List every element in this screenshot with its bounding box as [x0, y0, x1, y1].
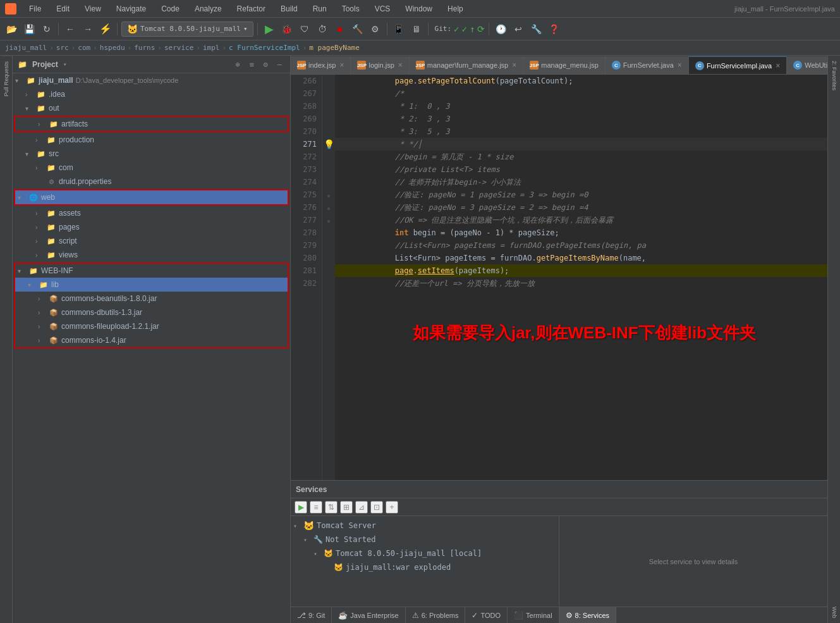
- menu-view[interactable]: View: [82, 3, 104, 15]
- back-btn[interactable]: ←: [63, 22, 78, 37]
- menu-window[interactable]: Window: [403, 3, 435, 15]
- tree-jar4[interactable]: › 📦 commons-io-1.4.jar: [15, 333, 288, 347]
- menu-code[interactable]: Code: [159, 3, 182, 15]
- tab-close-furn-manage-jsp[interactable]: ×: [512, 61, 516, 70]
- services-align-btn[interactable]: ≡: [310, 501, 322, 514]
- tree-jar1[interactable]: › 📦 commons-beanutils-1.8.0.jar: [15, 292, 288, 305]
- tree-production[interactable]: › 📁 production: [13, 133, 290, 147]
- bc-method[interactable]: m pageByName: [309, 44, 359, 52]
- services-add-btn[interactable]: +: [386, 501, 398, 514]
- tree-src[interactable]: ▾ 📁 src: [13, 147, 290, 161]
- coverage-btn[interactable]: 🛡: [297, 22, 312, 37]
- service-tomcat-server[interactable]: ▾ 🐱 Tomcat Server: [291, 519, 559, 533]
- minimize-panel-btn[interactable]: —: [274, 59, 285, 70]
- run-btn[interactable]: ▶: [262, 22, 277, 37]
- tree-views[interactable]: › 📁 views: [13, 248, 290, 262]
- collapse-btn[interactable]: ≡: [246, 59, 257, 70]
- menu-run[interactable]: Run: [310, 3, 329, 15]
- services-filter-btn[interactable]: ⊿: [355, 501, 368, 514]
- debug-btn[interactable]: 🐞: [279, 22, 295, 37]
- tree-artifacts[interactable]: › 📁 artifacts: [15, 117, 288, 131]
- bc-com[interactable]: com: [78, 44, 90, 52]
- more-btn[interactable]: ⚙: [368, 22, 383, 37]
- menu-tools[interactable]: Tools: [339, 3, 362, 15]
- device-btn[interactable]: 📱: [391, 22, 406, 37]
- services-run-btn[interactable]: ▶: [295, 501, 307, 514]
- build-btn[interactable]: ⚡: [98, 22, 113, 37]
- tree-jar3[interactable]: › 📦 commons-fileupload-1.2.1.jar: [15, 319, 288, 333]
- tree-com[interactable]: › 📁 com: [13, 161, 290, 175]
- tab-index-jsp[interactable]: JSP index.jsp ×: [291, 56, 351, 74]
- tree-out[interactable]: ▾ 📁 out: [13, 101, 290, 115]
- build2-btn[interactable]: 🔨: [350, 22, 365, 37]
- menu-edit[interactable]: Edit: [54, 3, 72, 15]
- tree-idea[interactable]: › 📁 .idea: [13, 87, 290, 101]
- bc-src[interactable]: src: [56, 44, 69, 52]
- tab-close-furnservlet[interactable]: ×: [678, 61, 682, 70]
- help-btn[interactable]: ❓: [546, 22, 561, 37]
- settings-panel-btn[interactable]: ⚙: [260, 59, 271, 70]
- tab-close-furnserviceimpl[interactable]: ×: [776, 61, 780, 70]
- pull-requests-tab[interactable]: Pull Requests: [1, 56, 11, 102]
- tree-jar2[interactable]: › 📦 commons-dbutils-1.3.jar: [15, 305, 288, 319]
- locate-btn[interactable]: ⊕: [232, 59, 243, 70]
- bc-impl[interactable]: impl: [203, 44, 220, 52]
- menu-analyze[interactable]: Analyze: [192, 3, 224, 15]
- status-tab-java-enterprise[interactable]: ☕ Java Enterprise: [332, 607, 405, 624]
- undo-btn[interactable]: ↩: [511, 22, 526, 37]
- bc-furns[interactable]: furns: [134, 44, 155, 52]
- tab-furnserviceimpl[interactable]: C FurnServiceImpl.java ×: [689, 56, 787, 74]
- menu-build[interactable]: Build: [278, 3, 300, 15]
- menu-vcs[interactable]: VCS: [372, 3, 393, 15]
- tab-close-index-jsp[interactable]: ×: [339, 61, 344, 70]
- tomcat-dropdown[interactable]: 🐱 Tomcat 8.0.50-jiaju_mall ▾: [121, 22, 253, 37]
- tree-webinf[interactable]: ▾ 📁 WEB-INF: [15, 264, 288, 278]
- bc-class[interactable]: c FurnServiceImpl: [229, 44, 300, 52]
- service-not-started[interactable]: ▾ 🔧 Not Started: [291, 533, 559, 546]
- tree-web[interactable]: ▾ 🌐 web: [15, 190, 288, 204]
- tab-furn-manage-jsp[interactable]: JSP manager\furn_manage.jsp ×: [410, 56, 523, 74]
- services-log-btn[interactable]: ⊡: [370, 501, 383, 514]
- status-tab-git[interactable]: ⎇ 9: Git: [291, 607, 332, 624]
- menu-navigate[interactable]: Navigate: [114, 3, 149, 15]
- service-tomcat-instance[interactable]: ▾ 🐱 Tomcat 8.0.50-jiaju_mall [local]: [291, 546, 559, 560]
- forward-btn[interactable]: →: [80, 22, 95, 37]
- code-content[interactable]: page.setPageTotalCount(pageTotalCount); …: [335, 75, 827, 480]
- menu-refactor[interactable]: Refactor: [234, 3, 268, 15]
- profile-btn[interactable]: ⏱: [315, 22, 330, 37]
- status-tab-terminal[interactable]: ⬛ Terminal: [508, 607, 559, 624]
- menu-file[interactable]: File: [27, 3, 44, 15]
- tree-assets[interactable]: › 📁 assets: [13, 206, 290, 220]
- status-tabs: ⎇ 9: Git ☕ Java Enterprise ⚠ 6: Problems…: [291, 607, 827, 623]
- sync-btn[interactable]: ↻: [39, 22, 54, 37]
- gutter-271: 💡: [324, 138, 334, 151]
- bc-project[interactable]: jiaju_mall: [5, 44, 47, 52]
- tree-pages[interactable]: › 📁 pages: [13, 220, 290, 234]
- tree-druid[interactable]: › ⚙ druid.properties: [13, 175, 290, 188]
- tab-webutils[interactable]: C WebUtils.java ×: [787, 56, 827, 74]
- save-btn[interactable]: 💾: [21, 22, 37, 37]
- history-btn[interactable]: 🕐: [493, 22, 508, 37]
- web-tab[interactable]: Web: [828, 601, 840, 623]
- favorites-tab[interactable]: 2: Favorites: [828, 56, 840, 96]
- device2-btn[interactable]: 🖥: [409, 22, 424, 37]
- stop-btn[interactable]: ■: [332, 22, 348, 37]
- tree-lib[interactable]: ▾ 📁 lib: [15, 278, 288, 292]
- bc-service[interactable]: service: [164, 44, 193, 52]
- settings-btn[interactable]: 🔧: [528, 22, 544, 37]
- tree-root[interactable]: ▾ 📁 jiaju_mall D:\Java_developer_tools\m…: [13, 73, 290, 87]
- tree-script[interactable]: › 📁 script: [13, 234, 290, 248]
- tab-close-login-jsp[interactable]: ×: [398, 61, 403, 70]
- open-file-btn[interactable]: 📂: [4, 22, 19, 37]
- status-tab-todo[interactable]: ✓ TODO: [465, 607, 508, 624]
- menu-help[interactable]: Help: [445, 3, 466, 15]
- status-tab-problems[interactable]: ⚠ 6: Problems: [406, 607, 466, 624]
- tab-login-jsp[interactable]: JSP login.jsp ×: [351, 56, 409, 74]
- status-tab-services[interactable]: ⚙ 8: Services: [559, 607, 616, 624]
- services-align2-btn[interactable]: ⇅: [325, 501, 338, 514]
- service-war[interactable]: › 🐱 jiaju_mall:war exploded: [291, 560, 559, 574]
- tab-furnservlet[interactable]: C FurnServlet.java ×: [606, 56, 689, 74]
- services-group-btn[interactable]: ⊞: [340, 501, 353, 514]
- tab-manage-menu-jsp[interactable]: JSP manage_menu.jsp: [523, 56, 606, 74]
- bc-hspedu[interactable]: hspedu: [100, 44, 125, 52]
